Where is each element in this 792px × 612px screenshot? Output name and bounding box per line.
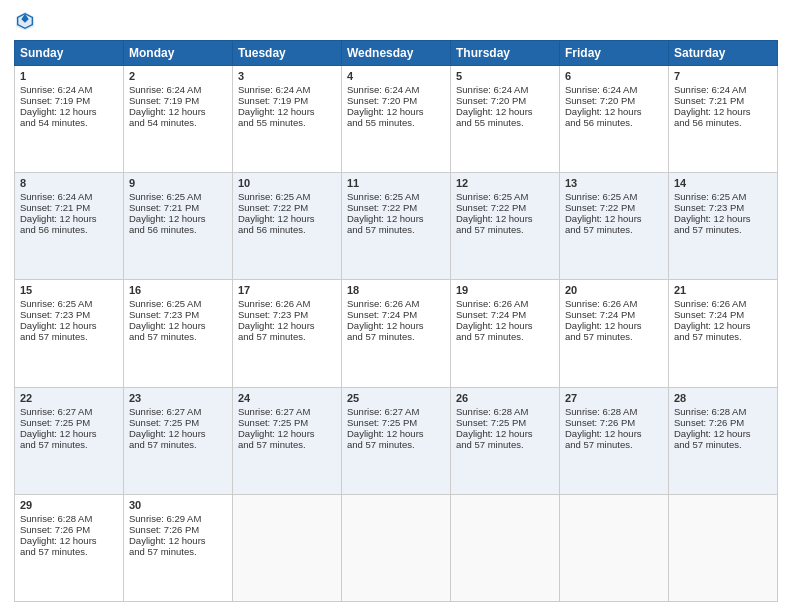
calendar-cell: 5Sunrise: 6:24 AMSunset: 7:20 PMDaylight…: [451, 66, 560, 173]
day-info: Sunset: 7:24 PM: [674, 309, 772, 320]
day-info: Sunset: 7:21 PM: [674, 95, 772, 106]
calendar-cell: 18Sunrise: 6:26 AMSunset: 7:24 PMDayligh…: [342, 280, 451, 387]
day-info: and 56 minutes.: [565, 117, 663, 128]
day-info: Sunset: 7:25 PM: [20, 417, 118, 428]
day-info: and 57 minutes.: [20, 331, 118, 342]
day-info: Sunset: 7:25 PM: [129, 417, 227, 428]
logo: [14, 10, 38, 32]
day-info: Daylight: 12 hours: [129, 106, 227, 117]
day-info: Daylight: 12 hours: [347, 106, 445, 117]
day-number: 20: [565, 284, 663, 296]
day-info: Sunrise: 6:25 AM: [565, 191, 663, 202]
day-info: Daylight: 12 hours: [20, 106, 118, 117]
day-info: Daylight: 12 hours: [238, 320, 336, 331]
day-info: and 57 minutes.: [565, 224, 663, 235]
day-info: Sunset: 7:22 PM: [456, 202, 554, 213]
day-info: and 57 minutes.: [238, 331, 336, 342]
day-info: Sunset: 7:19 PM: [20, 95, 118, 106]
calendar-cell: 8Sunrise: 6:24 AMSunset: 7:21 PMDaylight…: [15, 173, 124, 280]
day-info: Sunrise: 6:24 AM: [20, 84, 118, 95]
calendar-header-row: SundayMondayTuesdayWednesdayThursdayFrid…: [15, 41, 778, 66]
calendar-week-1: 1Sunrise: 6:24 AMSunset: 7:19 PMDaylight…: [15, 66, 778, 173]
day-number: 7: [674, 70, 772, 82]
calendar-cell: 21Sunrise: 6:26 AMSunset: 7:24 PMDayligh…: [669, 280, 778, 387]
day-number: 11: [347, 177, 445, 189]
day-number: 13: [565, 177, 663, 189]
day-info: Daylight: 12 hours: [456, 213, 554, 224]
calendar-cell: 14Sunrise: 6:25 AMSunset: 7:23 PMDayligh…: [669, 173, 778, 280]
day-info: and 56 minutes.: [674, 117, 772, 128]
day-info: Sunrise: 6:29 AM: [129, 513, 227, 524]
day-info: and 57 minutes.: [565, 439, 663, 450]
day-info: Daylight: 12 hours: [238, 106, 336, 117]
day-info: Sunrise: 6:25 AM: [129, 298, 227, 309]
day-info: and 55 minutes.: [238, 117, 336, 128]
day-info: Sunrise: 6:24 AM: [565, 84, 663, 95]
calendar-cell: 3Sunrise: 6:24 AMSunset: 7:19 PMDaylight…: [233, 66, 342, 173]
day-number: 30: [129, 499, 227, 511]
calendar-cell: [451, 494, 560, 601]
calendar-cell: 25Sunrise: 6:27 AMSunset: 7:25 PMDayligh…: [342, 387, 451, 494]
calendar-cell: [669, 494, 778, 601]
day-info: Sunset: 7:20 PM: [347, 95, 445, 106]
day-info: Sunset: 7:21 PM: [20, 202, 118, 213]
day-info: Daylight: 12 hours: [129, 213, 227, 224]
calendar-cell: 9Sunrise: 6:25 AMSunset: 7:21 PMDaylight…: [124, 173, 233, 280]
day-info: Sunset: 7:26 PM: [565, 417, 663, 428]
day-number: 12: [456, 177, 554, 189]
day-number: 16: [129, 284, 227, 296]
day-info: Daylight: 12 hours: [347, 428, 445, 439]
day-info: Sunrise: 6:28 AM: [20, 513, 118, 524]
day-info: Sunset: 7:23 PM: [238, 309, 336, 320]
day-header-monday: Monday: [124, 41, 233, 66]
day-info: Sunrise: 6:25 AM: [347, 191, 445, 202]
day-number: 24: [238, 392, 336, 404]
calendar-week-5: 29Sunrise: 6:28 AMSunset: 7:26 PMDayligh…: [15, 494, 778, 601]
day-info: and 54 minutes.: [20, 117, 118, 128]
day-info: Sunrise: 6:26 AM: [674, 298, 772, 309]
day-info: Sunset: 7:26 PM: [674, 417, 772, 428]
day-number: 5: [456, 70, 554, 82]
logo-icon: [14, 10, 36, 32]
calendar-cell: 19Sunrise: 6:26 AMSunset: 7:24 PMDayligh…: [451, 280, 560, 387]
day-info: Sunrise: 6:25 AM: [674, 191, 772, 202]
day-info: Sunrise: 6:24 AM: [129, 84, 227, 95]
day-info: Sunrise: 6:27 AM: [347, 406, 445, 417]
day-info: Sunrise: 6:26 AM: [238, 298, 336, 309]
day-info: and 57 minutes.: [129, 546, 227, 557]
day-number: 6: [565, 70, 663, 82]
calendar-cell: 2Sunrise: 6:24 AMSunset: 7:19 PMDaylight…: [124, 66, 233, 173]
day-info: Daylight: 12 hours: [565, 213, 663, 224]
day-number: 10: [238, 177, 336, 189]
day-info: Sunset: 7:25 PM: [347, 417, 445, 428]
day-info: Sunset: 7:20 PM: [565, 95, 663, 106]
day-info: Daylight: 12 hours: [20, 213, 118, 224]
day-info: Daylight: 12 hours: [674, 106, 772, 117]
calendar-cell: [560, 494, 669, 601]
day-number: 1: [20, 70, 118, 82]
day-info: Daylight: 12 hours: [565, 320, 663, 331]
day-info: and 57 minutes.: [129, 439, 227, 450]
calendar-cell: 7Sunrise: 6:24 AMSunset: 7:21 PMDaylight…: [669, 66, 778, 173]
calendar-cell: 12Sunrise: 6:25 AMSunset: 7:22 PMDayligh…: [451, 173, 560, 280]
calendar-cell: 26Sunrise: 6:28 AMSunset: 7:25 PMDayligh…: [451, 387, 560, 494]
day-info: Daylight: 12 hours: [129, 535, 227, 546]
day-number: 4: [347, 70, 445, 82]
day-number: 21: [674, 284, 772, 296]
day-info: and 57 minutes.: [674, 224, 772, 235]
day-info: Sunrise: 6:27 AM: [20, 406, 118, 417]
day-number: 17: [238, 284, 336, 296]
calendar-cell: 16Sunrise: 6:25 AMSunset: 7:23 PMDayligh…: [124, 280, 233, 387]
day-info: Sunset: 7:25 PM: [456, 417, 554, 428]
day-info: Sunset: 7:22 PM: [238, 202, 336, 213]
day-info: Sunset: 7:23 PM: [674, 202, 772, 213]
day-info: Sunset: 7:19 PM: [238, 95, 336, 106]
day-info: Daylight: 12 hours: [456, 320, 554, 331]
calendar-cell: 6Sunrise: 6:24 AMSunset: 7:20 PMDaylight…: [560, 66, 669, 173]
day-info: Sunset: 7:23 PM: [20, 309, 118, 320]
day-info: Sunset: 7:26 PM: [129, 524, 227, 535]
day-info: Sunrise: 6:25 AM: [20, 298, 118, 309]
day-info: Sunset: 7:19 PM: [129, 95, 227, 106]
day-number: 23: [129, 392, 227, 404]
calendar-cell: [233, 494, 342, 601]
